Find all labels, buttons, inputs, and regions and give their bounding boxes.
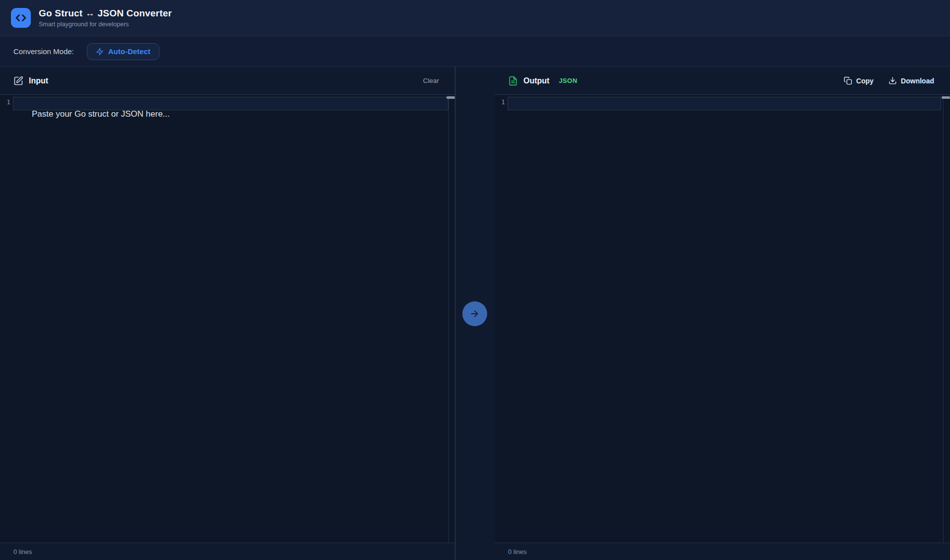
conversion-mode-label: Conversion Mode: — [13, 47, 74, 56]
input-line-count: 0 lines — [13, 548, 32, 556]
input-panel-title: Input — [29, 76, 48, 85]
title-block: Go Struct ↔ JSON Converter Smart playgro… — [39, 8, 172, 28]
auto-detect-button[interactable]: Auto-Detect — [87, 43, 159, 60]
conversion-mode-bar: Conversion Mode: Auto-Detect — [0, 36, 950, 67]
output-scrollbar-thumb[interactable] — [942, 96, 950, 99]
copy-button[interactable]: Copy — [844, 76, 874, 85]
auto-detect-label: Auto-Detect — [108, 47, 150, 56]
input-panel-header: Input Clear — [0, 67, 455, 94]
output-line-number: 1 — [495, 98, 505, 106]
output-textarea[interactable] — [508, 95, 944, 543]
input-panel: Input Clear 1 0 lines — [0, 67, 455, 560]
download-button[interactable]: Download — [888, 76, 934, 85]
page-title: Go Struct ↔ JSON Converter — [39, 8, 172, 19]
output-scrollbar-track — [943, 95, 944, 543]
clear-button[interactable]: Clear — [423, 77, 439, 84]
convert-button[interactable] — [462, 301, 487, 326]
output-editor: 1 — [495, 94, 950, 543]
page-subtitle: Smart playground for developers — [39, 21, 172, 28]
copy-label: Copy — [856, 77, 874, 85]
download-icon — [888, 76, 897, 85]
edit-icon — [13, 76, 23, 86]
output-line-count: 0 lines — [508, 548, 527, 556]
output-statusbar: 0 lines — [495, 543, 950, 560]
file-text-icon — [508, 76, 518, 86]
panel-divider — [455, 67, 455, 560]
input-editor: 1 — [0, 94, 455, 543]
output-format-badge: JSON — [559, 77, 577, 84]
input-scrollbar-thumb[interactable] — [446, 96, 455, 99]
output-panel-header: Output JSON Copy — [495, 67, 950, 94]
output-panel-title: Output — [523, 76, 549, 85]
app-logo — [11, 8, 31, 28]
input-scrollbar-track — [448, 95, 449, 543]
input-line-number: 1 — [0, 98, 10, 106]
input-statusbar: 0 lines — [0, 543, 455, 560]
input-textarea[interactable] — [13, 95, 448, 543]
arrow-right-icon — [469, 308, 480, 319]
download-label: Download — [901, 77, 934, 85]
app: Go Struct ↔ JSON Converter Smart playgro… — [0, 0, 950, 560]
copy-icon — [844, 76, 852, 85]
app-header: Go Struct ↔ JSON Converter Smart playgro… — [0, 0, 950, 36]
zap-icon — [96, 48, 104, 56]
code-icon — [15, 12, 27, 24]
output-panel: Output JSON Copy — [495, 67, 950, 560]
